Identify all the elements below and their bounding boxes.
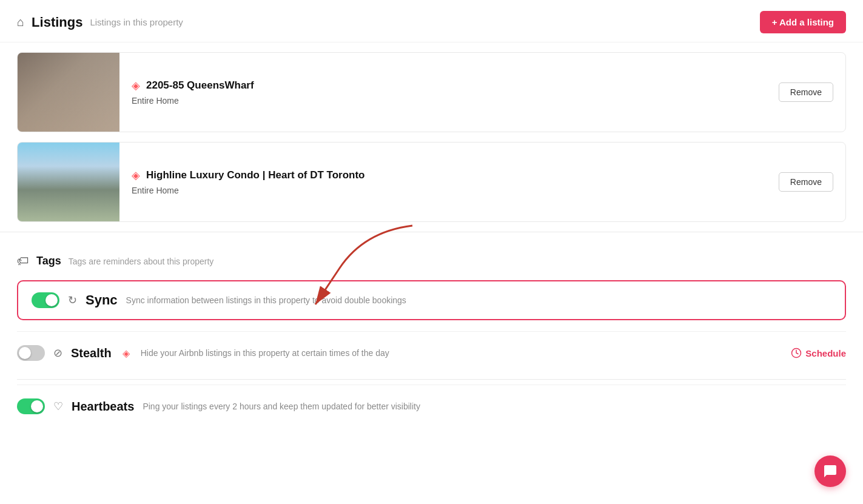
listing-name: Highline Luxury Condo | Heart of DT Toro… — [146, 169, 364, 181]
listing-image-bedroom — [18, 53, 119, 132]
tags-title: Tags — [36, 255, 61, 267]
section-divider — [0, 232, 863, 232]
heartbeats-description: Ping your listings every 2 hours and kee… — [143, 402, 846, 411]
listing-card: ◈ Highline Luxury Condo | Heart of DT To… — [17, 142, 846, 222]
header-subtitle: Listings in this property — [90, 17, 183, 27]
listing-type: Entire Home — [132, 186, 767, 195]
heartbeats-toggle-track — [17, 398, 45, 414]
remove-listing-2-button[interactable]: Remove — [779, 172, 833, 192]
airbnb-logo-icon: ◈ — [123, 348, 130, 359]
sync-toggle-thumb — [45, 294, 58, 306]
heartbeats-toggle-thumb — [31, 400, 43, 412]
listing-info: ◈ Highline Luxury Condo | Heart of DT To… — [119, 156, 779, 207]
chat-button[interactable] — [814, 455, 846, 487]
stealth-feature-row: ⊘ Stealth ◈ Hide your Airbnb listings in… — [17, 331, 846, 374]
header-left: ⌂ Listings Listings in this property — [17, 15, 183, 30]
listing-type: Entire Home — [132, 96, 767, 106]
stealth-toggle-thumb — [19, 347, 31, 359]
schedule-label: Schedule — [805, 348, 846, 358]
listing-title-row: ◈ 2205-85 QueensWharf — [132, 79, 767, 92]
airbnb-icon: ◈ — [132, 169, 140, 182]
sync-icon: ↻ — [68, 294, 77, 307]
home-icon: ⌂ — [17, 15, 24, 29]
add-listing-button[interactable]: + Add a listing — [760, 11, 846, 33]
listing-title-row: ◈ Highline Luxury Condo | Heart of DT To… — [132, 169, 767, 182]
sync-toggle[interactable] — [32, 292, 59, 308]
tags-subtitle: Tags are reminders about this property — [69, 257, 214, 266]
stealth-description: Hide your Airbnb listings in this proper… — [141, 348, 783, 358]
heartbeat-icon: ♡ — [53, 400, 63, 413]
tags-section: 🏷 Tags Tags are reminders about this pro… — [0, 240, 863, 278]
listing-name: 2205-85 QueensWharf — [146, 79, 254, 92]
features-section: ↻ Sync Sync information between listings… — [0, 280, 863, 428]
heartbeats-title: Heartbeats — [72, 400, 134, 414]
chat-icon — [823, 464, 838, 479]
stealth-toggle-track — [17, 345, 45, 361]
listings-section: ◈ 2205-85 QueensWharf Entire Home Remove… — [0, 42, 863, 222]
listing-card: ◈ 2205-85 QueensWharf Entire Home Remove — [17, 52, 846, 132]
clock-icon — [791, 348, 802, 358]
sync-feature-box: ↻ Sync Sync information between listings… — [17, 280, 846, 320]
page-title: Listings — [32, 15, 82, 30]
sync-toggle-track — [32, 292, 59, 308]
schedule-link[interactable]: Schedule — [791, 348, 846, 358]
airbnb-icon: ◈ — [132, 79, 140, 92]
tags-icon: 🏷 — [17, 254, 29, 268]
listing-info: ◈ 2205-85 QueensWharf Entire Home — [119, 67, 779, 118]
sync-title: Sync — [86, 292, 118, 308]
listing-image-condo — [18, 143, 119, 221]
remove-listing-1-button[interactable]: Remove — [779, 82, 833, 102]
stealth-toggle[interactable] — [17, 345, 45, 361]
sync-description: Sync information between listings in thi… — [126, 295, 831, 305]
stealth-title: Stealth — [71, 346, 112, 360]
page-header: ⌂ Listings Listings in this property + A… — [0, 0, 863, 42]
heartbeats-feature-row: ♡ Heartbeats Ping your listings every 2 … — [17, 385, 846, 428]
feature-divider — [17, 379, 846, 380]
stealth-icon: ⊘ — [53, 346, 62, 360]
heartbeats-toggle[interactable] — [17, 398, 45, 414]
